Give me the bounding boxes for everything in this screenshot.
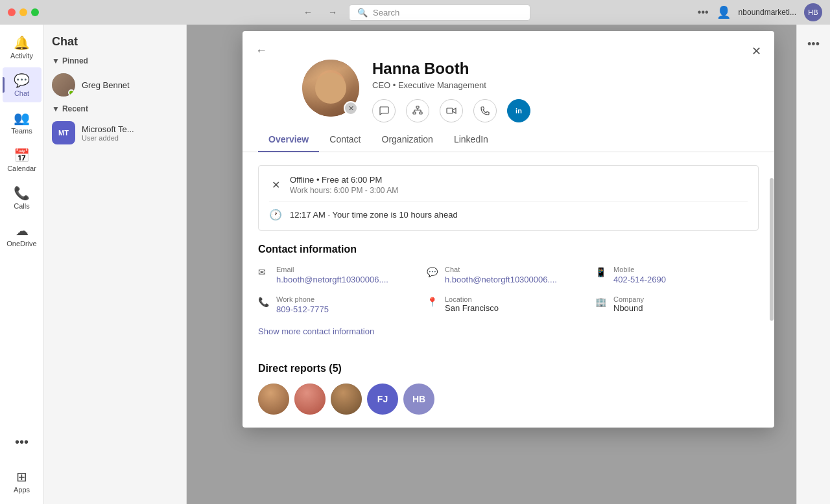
mobile-label: Mobile [613,266,666,273]
search-placeholder: Search [373,8,399,17]
email-label: Email [276,266,388,273]
sidebar-item-apps[interactable]: ⊞ Apps [3,464,42,499]
tab-contact[interactable]: Contact [319,128,371,152]
chat-item-info: Microsoft Te... User added [82,124,134,142]
contact-chat-item: 💬 Chat h.booth@netorgft10300006.... [427,266,590,285]
contact-company-info: Company Nbound [613,295,644,313]
teams-icon: 👥 [14,110,30,126]
mobile-icon: 📱 [595,267,607,277]
recent-section-header[interactable]: ▼ Recent [44,102,186,116]
status-card: ✕ Offline • Free at 6:00 PM Work hours: … [258,165,759,231]
report-avatar-hb[interactable]: HB [403,384,434,415]
location-icon: 📍 [427,297,438,307]
contact-info-section: Contact information ✉ Email h.booth@neto… [258,244,759,337]
sidebar-item-calendar[interactable]: 📅 Calendar [3,143,42,178]
sidebar-item-label: Teams [11,127,32,135]
pinned-section-header[interactable]: ▼ Pinned [44,54,186,68]
chat-bubble-icon [379,106,389,116]
video-call-action-button[interactable] [440,99,463,122]
chat-panel: Chat ▼ Pinned Greg Bennet ▼ Recent MT Mi… [44,25,187,504]
chat-panel-header: Chat [44,25,186,54]
profile-modal: ← ✕ ✕ Hanna Booth CEO • Executiv [243,31,774,428]
chat-contact-label: Chat [445,266,557,273]
modal-back-button[interactable]: ← [253,41,270,60]
org-chart-icon [412,106,423,116]
avatar [52,73,75,97]
sidebar-item-calls[interactable]: 📞 Calls [3,180,42,215]
offline-status-icon: ✕ [269,179,282,191]
avatar: MT [52,121,75,144]
sidebar-item-activity[interactable]: 🔔 Activity [3,30,42,65]
chat-contact-value[interactable]: h.booth@netorgft10300006.... [445,275,557,284]
minimize-window-button[interactable] [19,8,27,16]
overlay-background: ← ✕ ✕ Hanna Booth CEO • Executiv [187,25,830,504]
status-row-offline: ✕ Offline • Free at 6:00 PM Work hours: … [269,175,748,195]
right-panel-more-button[interactable]: ••• [802,32,825,56]
report-avatar-2[interactable] [294,384,326,415]
report-avatar-1[interactable] [258,384,289,415]
svg-rect-1 [413,112,416,114]
contact-grid: ✉ Email h.booth@netorgft10300006.... 💬 C… [258,266,759,315]
mobile-value[interactable]: 402-514-2690 [613,275,666,284]
report-avatar-3[interactable] [331,384,362,415]
work-phone-value[interactable]: 809-512-7775 [276,304,329,314]
phone-call-action-button[interactable] [473,99,497,122]
tab-organization[interactable]: Organization [372,128,444,152]
email-icon: ✉ [258,267,270,277]
forward-nav-button[interactable]: → [324,6,341,19]
status-row-timezone: 🕐 12:17 AM · Your time zone is 10 hours … [269,201,748,221]
sidebar-item-onedrive[interactable]: ☁ OneDrive [3,218,42,253]
modal-close-button[interactable]: ✕ [749,41,764,61]
contact-mobile-item: 📱 Mobile 402-514-2690 [595,266,759,285]
tab-linkedin[interactable]: LinkedIn [444,128,499,152]
remove-avatar-button[interactable]: ✕ [344,101,358,115]
location-label: Location [445,295,499,303]
contact-mobile-info: Mobile 402-514-2690 [613,266,666,285]
search-icon: 🔍 [357,8,368,17]
online-status-dot [68,89,75,96]
reports-avatars: FJ HB [258,384,759,415]
profile-avatar-wrap: ✕ [302,60,359,117]
org-chart-action-button[interactable] [406,99,429,122]
sidebar-item-label: Calendar [7,165,36,172]
profile-actions: in [372,99,530,122]
chat-action-button[interactable] [372,99,396,122]
list-item[interactable]: MT Microsoft Te... User added [44,116,186,150]
scrollbar[interactable] [769,152,774,428]
more-icon: ••• [15,435,29,450]
direct-reports-section: Direct reports (5) FJ HB [258,350,759,415]
contact-company-item: 🏢 Company Nbound [595,295,759,315]
calendar-icon: 📅 [14,148,30,163]
linkedin-text: in [516,107,522,115]
show-more-contact-link[interactable]: Show more contact information [258,326,374,336]
user-settings-icon[interactable]: 👤 [717,5,731,19]
more-options-icon[interactable]: ••• [698,6,709,18]
search-bar[interactable]: 🔍 Search [349,5,530,21]
work-phone-label: Work phone [276,295,329,303]
clock-icon: 🕐 [269,209,282,221]
tab-overview[interactable]: Overview [258,128,319,152]
contact-info-title: Contact information [258,244,759,255]
user-avatar[interactable]: HB [804,3,822,21]
location-value: San Francisco [445,303,499,313]
status-text: Offline • Free at 6:00 PM [290,175,398,185]
linkedin-action-button[interactable]: in [507,99,530,122]
sidebar-item-teams[interactable]: 👥 Teams [3,105,42,140]
company-label: Company [613,295,644,303]
onedrive-icon: ☁ [16,223,29,238]
modal-header: ← ✕ ✕ Hanna Booth CEO • Executiv [243,31,774,122]
report-avatar-fj[interactable]: FJ [367,384,398,415]
close-window-button[interactable] [8,8,16,16]
maximize-window-button[interactable] [31,8,39,16]
sidebar-item-more[interactable]: ••• [3,430,42,456]
sidebar-item-label: Apps [14,486,30,494]
scroll-thumb [770,178,774,321]
modal-tabs: Overview Contact Organization LinkedIn [243,128,774,152]
list-item[interactable]: Greg Bennet [44,68,186,102]
email-value[interactable]: h.booth@netorgft10300006.... [276,275,388,284]
apps-icon: ⊞ [16,469,27,485]
contact-location-item: 📍 Location San Francisco [427,295,590,315]
sidebar-item-chat[interactable]: 💬 Chat [3,67,42,102]
profile-title: CEO • Executive Management [372,80,530,90]
back-nav-button[interactable]: ← [300,6,316,19]
